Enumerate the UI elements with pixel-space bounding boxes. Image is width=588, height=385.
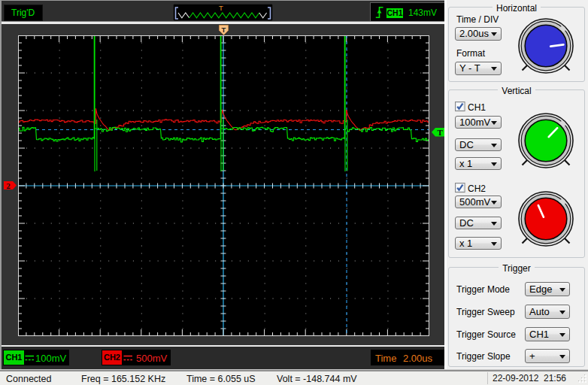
svg-text:T: T bbox=[219, 4, 223, 12]
svg-text:2: 2 bbox=[6, 181, 11, 189]
svg-text:T: T bbox=[222, 25, 226, 33]
svg-text:T: T bbox=[437, 128, 443, 137]
